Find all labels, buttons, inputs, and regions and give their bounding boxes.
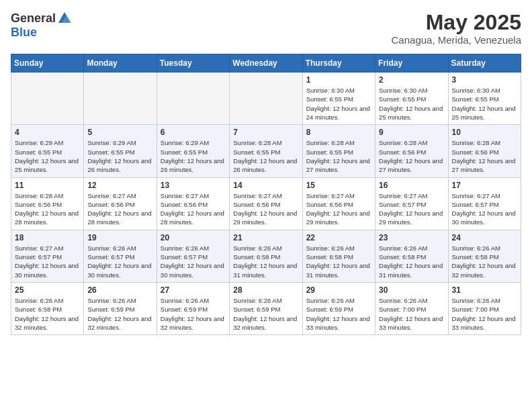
day-number: 11: [15, 181, 80, 190]
day-info: Sunrise: 6:26 AM Sunset: 6:59 PM Dayligh…: [87, 296, 152, 332]
day-number: 8: [306, 128, 371, 137]
day-number: 9: [379, 128, 444, 137]
day-number: 10: [452, 128, 517, 137]
day-number: 3: [452, 75, 517, 85]
table-row: [84, 73, 157, 125]
table-row: 13Sunrise: 6:27 AM Sunset: 6:56 PM Dayli…: [157, 177, 229, 230]
day-number: 19: [87, 233, 152, 242]
table-row: 19Sunrise: 6:26 AM Sunset: 6:57 PM Dayli…: [84, 230, 157, 282]
day-info: Sunrise: 6:28 AM Sunset: 6:55 PM Dayligh…: [306, 138, 371, 174]
table-row: 16Sunrise: 6:27 AM Sunset: 6:57 PM Dayli…: [375, 177, 448, 230]
day-info: Sunrise: 6:29 AM Sunset: 6:55 PM Dayligh…: [15, 138, 80, 174]
table-row: 14Sunrise: 6:27 AM Sunset: 6:56 PM Dayli…: [230, 177, 302, 230]
day-number: 22: [306, 233, 371, 242]
day-number: 30: [379, 285, 444, 295]
day-info: Sunrise: 6:28 AM Sunset: 6:56 PM Dayligh…: [15, 191, 80, 227]
header-wednesday: Wednesday: [230, 54, 302, 73]
calendar-week-row: 11Sunrise: 6:28 AM Sunset: 6:56 PM Dayli…: [11, 177, 521, 230]
table-row: 31Sunrise: 6:26 AM Sunset: 7:00 PM Dayli…: [448, 282, 521, 334]
day-info: Sunrise: 6:30 AM Sunset: 6:55 PM Dayligh…: [306, 86, 371, 122]
calendar-week-row: 18Sunrise: 6:27 AM Sunset: 6:57 PM Dayli…: [11, 230, 521, 282]
day-info: Sunrise: 6:29 AM Sunset: 6:55 PM Dayligh…: [87, 138, 152, 174]
day-info: Sunrise: 6:29 AM Sunset: 6:55 PM Dayligh…: [161, 138, 226, 174]
day-number: 31: [452, 285, 517, 295]
day-number: 6: [161, 128, 226, 137]
day-info: Sunrise: 6:26 AM Sunset: 7:00 PM Dayligh…: [452, 296, 517, 332]
day-info: Sunrise: 6:26 AM Sunset: 6:59 PM Dayligh…: [306, 296, 371, 332]
day-number: 29: [306, 285, 371, 295]
page-header: General Blue May 2025 Canagua, Merida, V…: [11, 11, 521, 46]
day-number: 27: [161, 285, 226, 295]
table-row: 20Sunrise: 6:26 AM Sunset: 6:57 PM Dayli…: [157, 230, 229, 282]
day-info: Sunrise: 6:26 AM Sunset: 6:58 PM Dayligh…: [379, 244, 444, 279]
table-row: 2Sunrise: 6:30 AM Sunset: 6:55 PM Daylig…: [375, 73, 448, 125]
table-row: 7Sunrise: 6:28 AM Sunset: 6:55 PM Daylig…: [230, 125, 302, 177]
month-title: May 2025: [392, 11, 521, 34]
table-row: 28Sunrise: 6:26 AM Sunset: 6:59 PM Dayli…: [230, 282, 302, 334]
day-info: Sunrise: 6:28 AM Sunset: 6:56 PM Dayligh…: [379, 138, 444, 174]
day-number: 15: [306, 181, 371, 190]
table-row: 18Sunrise: 6:27 AM Sunset: 6:57 PM Dayli…: [11, 230, 84, 282]
day-info: Sunrise: 6:26 AM Sunset: 6:58 PM Dayligh…: [306, 244, 371, 279]
day-info: Sunrise: 6:27 AM Sunset: 6:56 PM Dayligh…: [306, 191, 371, 227]
day-number: 1: [306, 75, 371, 85]
day-info: Sunrise: 6:28 AM Sunset: 6:56 PM Dayligh…: [452, 138, 517, 174]
table-row: 1Sunrise: 6:30 AM Sunset: 6:55 PM Daylig…: [302, 73, 375, 125]
table-row: 10Sunrise: 6:28 AM Sunset: 6:56 PM Dayli…: [448, 125, 521, 177]
day-info: Sunrise: 6:26 AM Sunset: 6:59 PM Dayligh…: [233, 296, 298, 332]
day-info: Sunrise: 6:26 AM Sunset: 6:59 PM Dayligh…: [161, 296, 226, 332]
day-info: Sunrise: 6:27 AM Sunset: 6:57 PM Dayligh…: [379, 191, 444, 227]
table-row: 27Sunrise: 6:26 AM Sunset: 6:59 PM Dayli…: [157, 282, 229, 334]
day-number: 18: [15, 233, 80, 242]
calendar: Sunday Monday Tuesday Wednesday Thursday…: [11, 54, 521, 335]
day-number: 21: [233, 233, 298, 242]
header-saturday: Saturday: [448, 54, 521, 73]
table-row: 15Sunrise: 6:27 AM Sunset: 6:56 PM Dayli…: [302, 177, 375, 230]
table-row: 25Sunrise: 6:26 AM Sunset: 6:58 PM Dayli…: [11, 282, 84, 334]
day-info: Sunrise: 6:30 AM Sunset: 6:55 PM Dayligh…: [452, 86, 517, 122]
logo: General Blue: [11, 11, 72, 40]
weekday-header-row: Sunday Monday Tuesday Wednesday Thursday…: [11, 54, 521, 73]
table-row: 4Sunrise: 6:29 AM Sunset: 6:55 PM Daylig…: [11, 125, 84, 177]
day-number: 17: [452, 181, 517, 190]
day-number: 14: [233, 181, 298, 190]
day-number: 12: [87, 181, 152, 190]
logo-general: General: [11, 11, 56, 26]
table-row: 8Sunrise: 6:28 AM Sunset: 6:55 PM Daylig…: [302, 125, 375, 177]
day-number: 16: [379, 181, 444, 190]
day-number: 28: [233, 285, 298, 295]
day-number: 5: [87, 128, 152, 137]
day-info: Sunrise: 6:26 AM Sunset: 6:57 PM Dayligh…: [161, 244, 226, 279]
table-row: 30Sunrise: 6:26 AM Sunset: 7:00 PM Dayli…: [375, 282, 448, 334]
header-sunday: Sunday: [11, 54, 84, 73]
day-info: Sunrise: 6:27 AM Sunset: 6:56 PM Dayligh…: [87, 191, 152, 227]
table-row: 29Sunrise: 6:26 AM Sunset: 6:59 PM Dayli…: [302, 282, 375, 334]
day-info: Sunrise: 6:26 AM Sunset: 6:57 PM Dayligh…: [87, 244, 152, 279]
day-number: 20: [161, 233, 226, 242]
header-monday: Monday: [84, 54, 157, 73]
day-number: 26: [87, 285, 152, 295]
day-info: Sunrise: 6:27 AM Sunset: 6:57 PM Dayligh…: [452, 191, 517, 227]
table-row: 3Sunrise: 6:30 AM Sunset: 6:55 PM Daylig…: [448, 73, 521, 125]
header-friday: Friday: [375, 54, 448, 73]
table-row: 23Sunrise: 6:26 AM Sunset: 6:58 PM Dayli…: [375, 230, 448, 282]
header-tuesday: Tuesday: [157, 54, 229, 73]
day-info: Sunrise: 6:27 AM Sunset: 6:56 PM Dayligh…: [161, 191, 226, 227]
day-info: Sunrise: 6:26 AM Sunset: 6:58 PM Dayligh…: [233, 244, 298, 279]
table-row: [230, 73, 302, 125]
header-thursday: Thursday: [302, 54, 375, 73]
table-row: 5Sunrise: 6:29 AM Sunset: 6:55 PM Daylig…: [84, 125, 157, 177]
table-row: 6Sunrise: 6:29 AM Sunset: 6:55 PM Daylig…: [157, 125, 229, 177]
day-info: Sunrise: 6:27 AM Sunset: 6:57 PM Dayligh…: [15, 244, 80, 279]
table-row: [11, 73, 84, 125]
day-info: Sunrise: 6:26 AM Sunset: 6:58 PM Dayligh…: [15, 296, 80, 332]
day-info: Sunrise: 6:26 AM Sunset: 7:00 PM Dayligh…: [379, 296, 444, 332]
logo-blue: Blue: [11, 26, 37, 40]
table-row: 12Sunrise: 6:27 AM Sunset: 6:56 PM Dayli…: [84, 177, 157, 230]
logo-icon: [57, 11, 72, 26]
day-number: 13: [161, 181, 226, 190]
calendar-week-row: 25Sunrise: 6:26 AM Sunset: 6:58 PM Dayli…: [11, 282, 521, 334]
day-info: Sunrise: 6:26 AM Sunset: 6:58 PM Dayligh…: [452, 244, 517, 279]
day-number: 7: [233, 128, 298, 137]
table-row: 22Sunrise: 6:26 AM Sunset: 6:58 PM Dayli…: [302, 230, 375, 282]
